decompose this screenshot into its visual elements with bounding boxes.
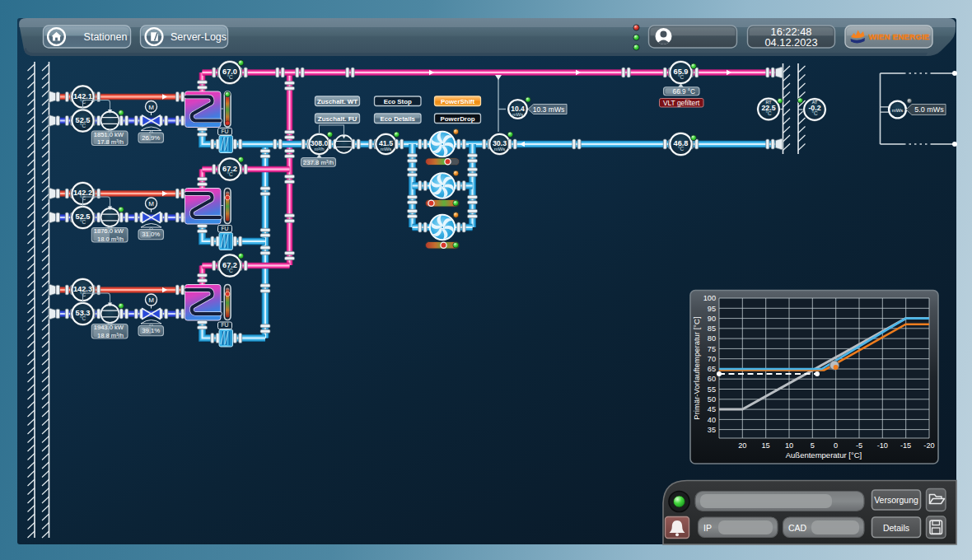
svg-text:50: 50 <box>708 395 716 404</box>
svg-text:-10: -10 <box>877 441 888 450</box>
svg-text:-20: -20 <box>923 441 934 450</box>
svg-text:°C: °C <box>811 110 818 116</box>
svg-text:CAD: CAD <box>788 523 807 533</box>
svg-text:10.3 mWs: 10.3 mWs <box>533 105 565 114</box>
svg-text:39.1%: 39.1% <box>142 327 160 334</box>
svg-text:Versorgung: Versorgung <box>874 495 918 505</box>
svg-text:100: 100 <box>703 294 716 302</box>
svg-text:Primär-Vorlauftemperatur [°C]: Primär-Vorlauftemperatur [°C] <box>692 316 701 419</box>
svg-text:mWs: mWs <box>512 112 523 117</box>
svg-text:VLT gefiltert: VLT gefiltert <box>663 99 700 107</box>
svg-text:5: 5 <box>811 441 815 450</box>
svg-text:1851.0 kW: 1851.0 kW <box>94 131 124 138</box>
svg-text:FU: FU <box>221 322 228 328</box>
svg-text:20: 20 <box>738 441 746 450</box>
svg-text:80: 80 <box>708 334 716 343</box>
svg-text:Server-Logs: Server-Logs <box>171 31 227 43</box>
svg-text:Außentemperatur [°C]: Außentemperatur [°C] <box>786 450 862 460</box>
svg-text:66.9 °C: 66.9 °C <box>673 88 695 96</box>
svg-text:°C: °C <box>227 268 233 273</box>
svg-text:°C: °C <box>678 146 685 152</box>
svg-text:mWs: mWs <box>381 147 392 152</box>
svg-text:90: 90 <box>708 315 716 323</box>
svg-text:FU: FU <box>221 226 228 231</box>
svg-text:70: 70 <box>708 355 716 363</box>
svg-text:Stationen: Stationen <box>84 31 128 43</box>
svg-text:Details: Details <box>883 523 909 533</box>
svg-text:WIEN ENERGIE: WIEN ENERGIE <box>869 32 930 41</box>
svg-text:PowerDrop: PowerDrop <box>440 115 474 123</box>
svg-text:40: 40 <box>708 416 716 424</box>
svg-text:Eco Stop: Eco Stop <box>384 98 412 105</box>
svg-text:Zuschalt. WT: Zuschalt. WT <box>317 98 357 105</box>
svg-text:15: 15 <box>761 441 769 450</box>
svg-text:°C: °C <box>227 171 233 177</box>
svg-text:04.12.2023: 04.12.2023 <box>764 36 817 49</box>
svg-text:Eco Details: Eco Details <box>380 115 415 123</box>
svg-text:55: 55 <box>708 385 716 394</box>
svg-text:95: 95 <box>708 305 716 313</box>
svg-text:mWs: mWs <box>494 147 506 152</box>
svg-text:10: 10 <box>785 441 793 450</box>
svg-text:17.8 m³/h: 17.8 m³/h <box>97 138 124 146</box>
svg-text:-15: -15 <box>900 441 911 450</box>
svg-text:60: 60 <box>708 375 716 383</box>
svg-text:°C: °C <box>80 123 86 128</box>
svg-text:65: 65 <box>708 365 716 373</box>
svg-text:-5: -5 <box>856 441 862 450</box>
svg-text:°C: °C <box>678 74 685 80</box>
svg-text:237.8 m³/h: 237.8 m³/h <box>303 159 334 166</box>
svg-text:1943.0 kW: 1943.0 kW <box>94 324 124 331</box>
svg-text:PowerShift: PowerShift <box>441 98 475 105</box>
svg-text:85: 85 <box>708 324 716 333</box>
svg-text:0: 0 <box>834 441 838 450</box>
svg-text:26.9%: 26.9% <box>142 134 160 142</box>
svg-text:45: 45 <box>708 405 716 413</box>
svg-text:IP: IP <box>703 523 712 533</box>
svg-text:M: M <box>148 104 154 111</box>
svg-text:31.0%: 31.0% <box>142 231 160 238</box>
svg-text:°C: °C <box>80 219 86 225</box>
svg-text:°C: °C <box>227 74 233 80</box>
svg-text:Zuschalt. FU: Zuschalt. FU <box>318 115 357 123</box>
svg-text:18.0 m³/h: 18.0 m³/h <box>97 236 124 243</box>
svg-text:FU: FU <box>221 128 228 134</box>
svg-text:5.0 mWs: 5.0 mWs <box>914 105 944 114</box>
svg-text:mWs: mWs <box>892 108 904 113</box>
svg-text:M: M <box>148 200 154 208</box>
svg-text:18.8 m³/h: 18.8 m³/h <box>97 332 124 339</box>
svg-text:35: 35 <box>708 426 716 434</box>
svg-text:°C: °C <box>765 110 772 116</box>
svg-text:m³/h: m³/h <box>315 147 325 152</box>
svg-text:°C: °C <box>80 315 86 321</box>
svg-text:1876.0 kW: 1876.0 kW <box>94 227 124 235</box>
svg-text:75: 75 <box>708 345 716 353</box>
svg-text:M: M <box>148 296 154 304</box>
